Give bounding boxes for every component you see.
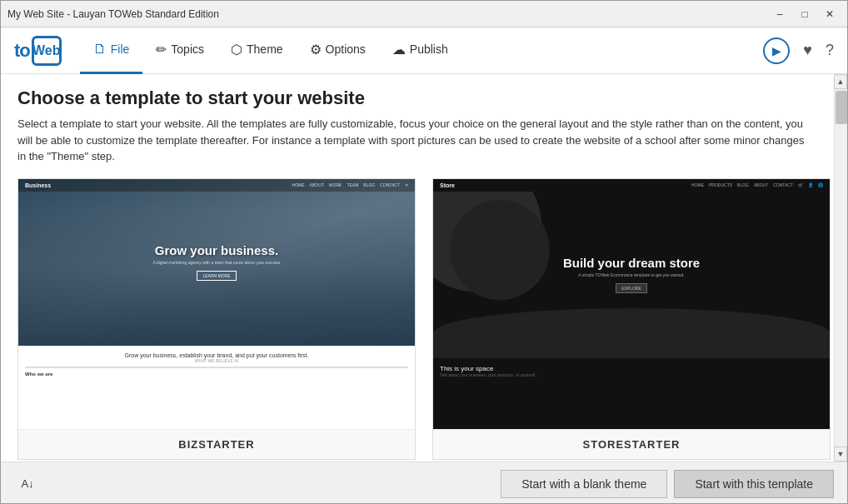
- nav-label-publish: Publish: [410, 42, 448, 56]
- scroll-arrow-down[interactable]: ▼: [834, 447, 847, 462]
- storestarter-nav-logo: Store: [440, 182, 455, 188]
- bizstarter-label: BIZSTARTER: [18, 429, 415, 459]
- nav-item-options[interactable]: ⚙ Options: [297, 27, 379, 74]
- nav-item-topics[interactable]: ✏ Topics: [142, 27, 217, 74]
- nav-item-file[interactable]: 🗋 File: [80, 27, 143, 74]
- storestarter-label: STORESTARTER: [433, 429, 830, 459]
- template-card-bizstarter[interactable]: Business HOME ABOUT WORK TEAM BLOG CONTA…: [17, 178, 416, 460]
- bizstarter-content: Grow your business, establish your brand…: [18, 346, 415, 383]
- bottom-bar: A↓ Start with a blank theme Start with t…: [1, 462, 847, 504]
- play-button[interactable]: ▶: [763, 37, 790, 64]
- storestarter-hero-text: Build your dream store A simple TOWeb Ec…: [563, 256, 700, 293]
- nav-label-options: Options: [326, 42, 366, 56]
- store-wave: [433, 308, 830, 358]
- storestarter-hero-btn: EXPLORE: [616, 283, 647, 293]
- bizstarter-section-title: Who we are: [25, 372, 408, 377]
- main-content: Choose a template to start your website …: [1, 74, 847, 462]
- storestarter-content-sub: Talk about your business, your products,…: [440, 372, 823, 377]
- storestarter-hero: Build your dream store A simple TOWeb Ec…: [433, 192, 830, 358]
- nav-right-controls: ▶ ♥ ?: [763, 37, 834, 64]
- bizstarter-content-sub: WHAT WE BELIEVE IN: [25, 358, 408, 363]
- page-title: Choose a template to start your website: [17, 87, 831, 109]
- theme-icon: ⬡: [231, 42, 242, 57]
- blank-theme-button[interactable]: Start with a blank theme: [501, 470, 667, 498]
- nav-label-theme: Theme: [247, 42, 283, 56]
- bottom-buttons: Start with a blank theme Start with this…: [501, 470, 834, 498]
- storestarter-content: This is your space Talk about your busin…: [433, 358, 830, 384]
- scroll-arrow-up[interactable]: ▲: [834, 74, 847, 89]
- bizstarter-nav-links: HOME ABOUT WORK TEAM BLOG CONTACT ✕: [292, 182, 408, 187]
- bizstarter-hero-text: Grow your business. A digital marketing …: [152, 243, 280, 281]
- sort-icon[interactable]: A↓: [14, 471, 41, 497]
- close-button[interactable]: ✕: [819, 6, 841, 22]
- heart-icon[interactable]: ♥: [803, 42, 812, 59]
- storestarter-hero-sub: A simple TOWeb Ecommerce template to get…: [563, 272, 700, 277]
- bizstarter-hero-title: Grow your business.: [152, 243, 280, 257]
- window-title: My Web Site - Lauyan TOWeb Standard Edit…: [7, 8, 769, 20]
- page-description-1: Select a template to start your website.…: [17, 116, 831, 165]
- page-desc-text-3: in the "Theme" step.: [17, 150, 115, 162]
- logo-web-text: Web: [32, 43, 60, 58]
- storestarter-hero-title: Build your dream store: [563, 256, 700, 270]
- storestarter-nav-links: HOME PRODUCTS BLOG ABOUT CONTACT 🛒 👤 🌐: [691, 182, 823, 187]
- publish-icon: ☁: [392, 42, 406, 57]
- bizstarter-nav-logo: Business: [25, 182, 51, 188]
- bizstarter-hero: Grow your business. A digital marketing …: [18, 179, 415, 346]
- store-circle-small: [450, 200, 550, 300]
- page-desc-text-1: Select a template to start your website.…: [17, 117, 803, 130]
- bizstarter-content-title: Grow your business, establish your brand…: [25, 352, 408, 358]
- nav-item-theme[interactable]: ⬡ Theme: [217, 27, 297, 74]
- bizstarter-divider: [25, 367, 408, 368]
- templates-grid: Business HOME ABOUT WORK TEAM BLOG CONTA…: [17, 178, 831, 460]
- nav-item-publish[interactable]: ☁ Publish: [379, 27, 461, 74]
- nav-label-file: File: [111, 42, 130, 56]
- app-logo: to Web: [14, 36, 60, 66]
- minimize-button[interactable]: –: [769, 6, 791, 22]
- help-icon[interactable]: ?: [826, 42, 834, 59]
- bizstarter-hero-btn: LEARN MORE: [197, 271, 236, 281]
- maximize-button[interactable]: □: [794, 6, 816, 22]
- nav-items: 🗋 File ✏ Topics ⬡ Theme ⚙ Options ☁ Publ…: [80, 27, 764, 74]
- options-icon: ⚙: [310, 42, 322, 57]
- window-controls: – □ ✕: [769, 6, 841, 22]
- nav-label-topics: Topics: [171, 42, 204, 56]
- start-template-button[interactable]: Start with this template: [674, 470, 834, 498]
- file-icon: 🗋: [93, 42, 107, 57]
- topics-icon: ✏: [156, 42, 167, 57]
- scrollbar[interactable]: ▲ ▼: [834, 74, 847, 462]
- bizstarter-preview: Business HOME ABOUT WORK TEAM BLOG CONTA…: [18, 179, 415, 429]
- storestarter-nav: Store HOME PRODUCTS BLOG ABOUT CONTACT 🛒…: [433, 179, 830, 192]
- bizstarter-nav: Business HOME ABOUT WORK TEAM BLOG CONTA…: [18, 179, 415, 192]
- navbar: to Web 🗋 File ✏ Topics ⬡ Theme ⚙ Options…: [1, 27, 847, 74]
- template-card-storestarter[interactable]: Store HOME PRODUCTS BLOG ABOUT CONTACT 🛒…: [432, 178, 831, 460]
- logo-icon: Web: [32, 36, 62, 66]
- storestarter-content-title: This is your space: [440, 365, 823, 372]
- title-bar: My Web Site - Lauyan TOWeb Standard Edit…: [1, 1, 847, 27]
- scroll-thumb[interactable]: [836, 91, 847, 124]
- storestarter-preview: Store HOME PRODUCTS BLOG ABOUT CONTACT 🛒…: [433, 179, 830, 429]
- page-desc-text-2: will be able to customize the template t…: [17, 134, 804, 147]
- logo-text-to: to: [14, 40, 30, 62]
- bizstarter-hero-sub: A digital marketing agency with a team t…: [152, 260, 280, 265]
